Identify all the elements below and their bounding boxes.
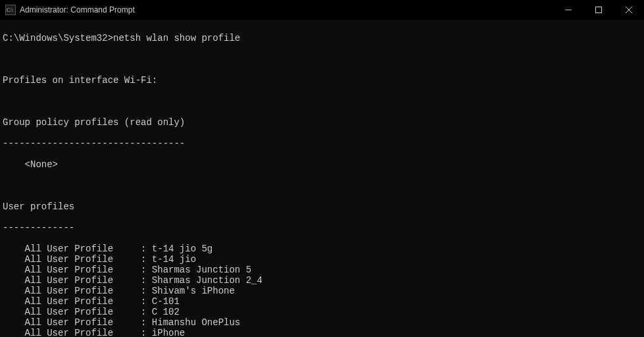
user-profiles-dashes: ------------- xyxy=(3,222,644,233)
titlebar[interactable]: C:\ Administrator: Command Prompt xyxy=(0,0,644,20)
none-entry: <None> xyxy=(3,159,644,170)
command-input-1: netsh wlan show profile xyxy=(113,33,240,43)
cmd-icon: C:\ xyxy=(5,5,16,15)
window-title: Administrator: Command Prompt xyxy=(20,5,553,14)
window-controls xyxy=(553,0,644,20)
interface-header: Profiles on interface Wi-Fi: xyxy=(3,75,644,86)
profile-row: All User Profile : Himanshu OnePlus xyxy=(3,317,644,328)
profile-row: All User Profile : Sharmas Junction 5 xyxy=(3,265,644,275)
profile-row: All User Profile : Sharmas Junction 2_4 xyxy=(3,275,644,286)
blank-line xyxy=(3,180,644,191)
minimize-button[interactable] xyxy=(553,0,583,20)
profile-row: All User Profile : Shivam's iPhone xyxy=(3,286,644,296)
profile-row: All User Profile : iPhone xyxy=(3,328,644,337)
svg-text:C:\: C:\ xyxy=(7,7,14,13)
profile-list: All User Profile : t-14 jio 5g All User … xyxy=(3,244,644,337)
profile-row: All User Profile : t-14 jio 5g xyxy=(3,244,644,254)
command-prompt-window: C:\ Administrator: Command Prompt C:\Win… xyxy=(0,0,644,337)
group-policy-header: Group policy profiles (read only) xyxy=(3,117,644,128)
group-policy-dashes: --------------------------------- xyxy=(3,138,644,149)
blank-line xyxy=(3,54,644,65)
terminal-output[interactable]: C:\Windows\System32>netsh wlan show prof… xyxy=(0,20,644,337)
blank-line xyxy=(3,96,644,107)
profile-row: All User Profile : t-14 jio xyxy=(3,254,644,265)
user-profiles-header: User profiles xyxy=(3,201,644,212)
profile-row: All User Profile : C-101 xyxy=(3,296,644,307)
close-button[interactable] xyxy=(614,0,644,20)
svg-rect-3 xyxy=(596,7,602,13)
prompt-path: C:\Windows\System32> xyxy=(3,33,113,43)
prompt-line-1: C:\Windows\System32>netsh wlan show prof… xyxy=(3,33,644,43)
profile-row: All User Profile : C 102 xyxy=(3,307,644,317)
maximize-button[interactable] xyxy=(583,0,614,20)
